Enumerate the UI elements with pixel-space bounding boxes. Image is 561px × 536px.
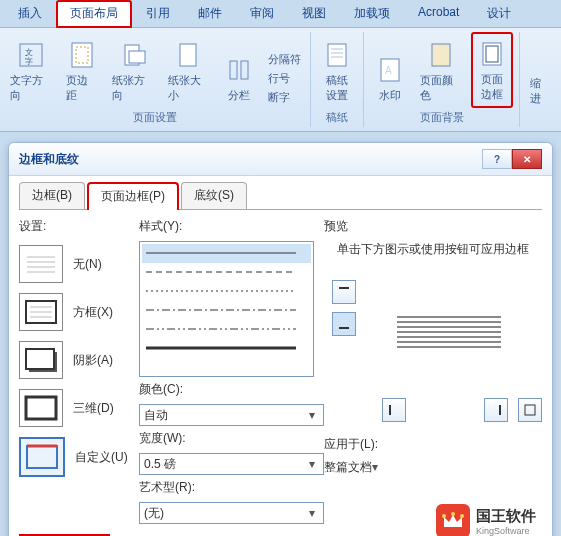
tab-insert[interactable]: 插入 — [4, 0, 56, 27]
preview-hint: 单击下方图示或使用按钮可应用边框 — [324, 241, 542, 258]
watermark-label: 水印 — [379, 88, 401, 103]
chevron-down-icon: ▾ — [305, 457, 319, 471]
group-page-setup: 文字 文字方向 页边距 纸张方向 纸张大小 分栏 分隔符 行号 — [0, 32, 311, 127]
tab-addins[interactable]: 加载项 — [340, 0, 404, 27]
size-button[interactable]: 纸张大小 — [164, 34, 214, 108]
setting-shadow[interactable]: 阴影(A) — [19, 341, 129, 379]
svg-point-44 — [451, 512, 455, 516]
page-border-button[interactable]: 页面 边框 — [471, 32, 513, 108]
edge-left-button[interactable] — [382, 398, 406, 422]
margins-icon — [66, 39, 98, 71]
dialog-title: 边框和底纹 — [19, 151, 79, 168]
margins-label: 页边距 — [66, 73, 98, 103]
chevron-down-icon: ▾ — [305, 506, 319, 520]
tab-references[interactable]: 引用 — [132, 0, 184, 27]
svg-text:A: A — [385, 65, 392, 76]
svg-rect-8 — [230, 61, 237, 79]
orientation-button[interactable]: 纸张方向 — [108, 34, 158, 108]
setting-custom[interactable]: 自定义(U) — [19, 437, 129, 477]
svg-rect-16 — [432, 44, 450, 66]
size-icon — [172, 39, 204, 71]
width-dropdown[interactable]: 0.5 磅▾ — [139, 453, 324, 475]
tab-review[interactable]: 审阅 — [236, 0, 288, 27]
edge-top-button[interactable] — [332, 280, 356, 304]
page-color-icon — [425, 39, 457, 71]
margins-button[interactable]: 页边距 — [62, 34, 102, 108]
dialog-close-button[interactable]: ✕ — [512, 149, 542, 169]
group-background-label: 页面背景 — [420, 108, 464, 127]
group-manuscript-label: 稿纸 — [326, 108, 348, 127]
apply-label: 应用于(L): — [324, 436, 542, 453]
page-border-label: 页面 边框 — [481, 72, 503, 102]
svg-rect-28 — [26, 349, 54, 369]
page-color-button[interactable]: 页面颜色 — [416, 34, 464, 108]
watermark-button[interactable]: A 水印 — [370, 49, 410, 108]
edge-right-button[interactable] — [484, 398, 508, 422]
settings-label: 设置: — [19, 218, 129, 235]
manuscript-settings-button[interactable]: 稿纸 设置 — [317, 34, 357, 108]
line-numbers-button[interactable]: 行号 — [265, 70, 304, 87]
svg-text:字: 字 — [25, 57, 33, 66]
tab-acrobat[interactable]: Acrobat — [404, 0, 473, 27]
chevron-down-icon: ▾ — [305, 408, 319, 422]
tab-mailing[interactable]: 邮件 — [184, 0, 236, 27]
color-dropdown[interactable]: 自动▾ — [139, 404, 324, 426]
columns-button[interactable]: 分栏 — [219, 49, 259, 108]
style-label: 样式(Y): — [139, 218, 314, 235]
page-border-icon — [476, 38, 508, 70]
svg-rect-30 — [27, 446, 57, 468]
orientation-icon — [117, 39, 149, 71]
tab-view[interactable]: 视图 — [288, 0, 340, 27]
edge-options-button[interactable] — [518, 398, 542, 422]
tab-page-layout[interactable]: 页面布局 — [56, 0, 132, 28]
svg-rect-7 — [180, 44, 196, 66]
apply-dropdown[interactable]: 整篇文档▾ — [324, 459, 444, 476]
dialog-titlebar: 边框和底纹 ? ✕ — [9, 143, 552, 176]
preview-page — [389, 282, 509, 382]
preview-label: 预览 — [324, 218, 542, 235]
group-indent: 缩进 — [520, 32, 561, 127]
tab-design[interactable]: 设计 — [473, 0, 525, 27]
tab-page-borders[interactable]: 页面边框(P) — [87, 182, 179, 210]
manuscript-icon — [321, 39, 353, 71]
custom-icon — [19, 437, 65, 477]
hyphenation-button[interactable]: 断字 — [265, 89, 304, 106]
text-direction-icon: 文字 — [15, 39, 47, 71]
page-setup-small: 分隔符 行号 断字 — [265, 49, 304, 108]
group-background: A 水印 页面颜色 页面 边框 页面背景 — [364, 32, 519, 127]
group-manuscript: 稿纸 设置 稿纸 — [311, 32, 364, 127]
group-page-setup-label: 页面设置 — [133, 108, 177, 127]
brand-sub: KingSoftware — [476, 526, 536, 536]
edge-bottom-button[interactable] — [332, 312, 356, 336]
borders-dialog: 边框和底纹 ? ✕ 边框(B) 页面边框(P) 底纹(S) 设置: 无(N) 方… — [8, 142, 553, 536]
setting-3d[interactable]: 三维(D) — [19, 389, 129, 427]
width-label: 宽度(W): — [139, 430, 314, 447]
art-dropdown[interactable]: (无)▾ — [139, 502, 324, 524]
art-label: 艺术型(R): — [139, 479, 314, 496]
crown-icon — [436, 504, 470, 536]
tab-borders[interactable]: 边框(B) — [19, 182, 85, 209]
watermark-icon: A — [374, 54, 406, 86]
branding-watermark: 国王软件 KingSoftware — [430, 500, 542, 536]
setting-box[interactable]: 方框(X) — [19, 293, 129, 331]
dialog-help-button[interactable]: ? — [482, 149, 512, 169]
svg-rect-6 — [129, 51, 145, 63]
ribbon-body: 文字 文字方向 页边距 纸张方向 纸张大小 分栏 分隔符 行号 — [0, 28, 561, 132]
orientation-label: 纸张方向 — [112, 73, 154, 103]
svg-rect-9 — [241, 61, 248, 79]
svg-point-45 — [460, 514, 464, 518]
color-label: 颜色(C): — [139, 381, 314, 398]
style-listbox[interactable] — [139, 241, 314, 377]
page-color-label: 页面颜色 — [420, 73, 460, 103]
tab-shading[interactable]: 底纹(S) — [181, 182, 247, 209]
svg-text:文: 文 — [25, 48, 33, 57]
box-icon — [19, 293, 63, 331]
breaks-button[interactable]: 分隔符 — [265, 51, 304, 68]
size-label: 纸张大小 — [168, 73, 210, 103]
text-direction-button[interactable]: 文字 文字方向 — [6, 34, 56, 108]
chevron-down-icon: ▾ — [372, 460, 378, 474]
setting-none[interactable]: 无(N) — [19, 245, 129, 283]
preview-diagram — [364, 272, 534, 392]
three-d-icon — [19, 389, 63, 427]
columns-icon — [223, 54, 255, 86]
